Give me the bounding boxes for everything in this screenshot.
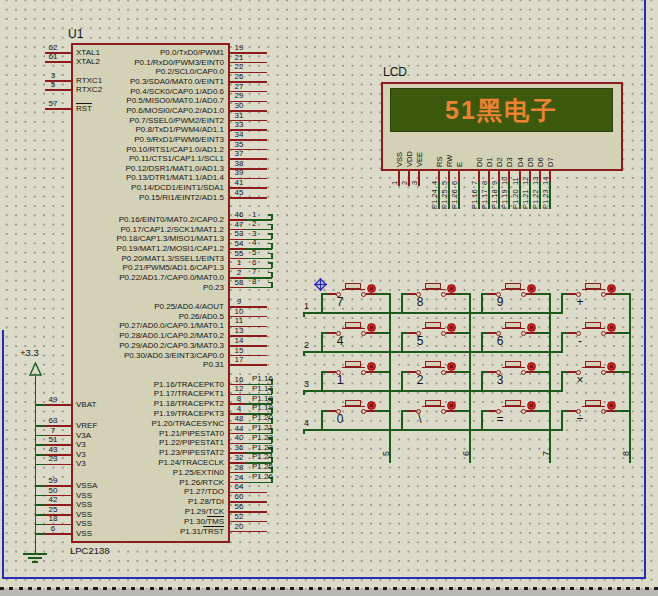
ground-icon [28,557,42,559]
row-bus-tick [303,430,305,434]
button-body[interactable] [425,361,441,367]
column-wire [629,294,631,463]
button-lead [606,293,615,295]
mcu-pin-number: 25 [41,505,65,514]
mcu-pin-number: 15 [226,346,252,355]
mcu-pin-label: P0.26/AD0.5 [73,312,224,321]
button-actuator[interactable] [447,284,456,293]
mcu-pin-number: 33 [226,120,252,129]
wire [401,294,403,314]
mcu-pin-label: P0.19/MAT1.2/MOSI1/CAP1.2 [73,244,224,253]
button-body[interactable] [505,322,521,328]
mcu-pin-number: 17 [226,355,252,364]
net-label: 6 [252,258,256,267]
button-actuator[interactable] [607,284,616,293]
mcu-pin-number: 4 [226,404,252,413]
mcu-pin-number: 29 [226,91,252,100]
button-body[interactable] [585,361,601,367]
mcu-pin-number: 18 [41,514,65,523]
button-actuator[interactable] [527,323,536,332]
mcu-pin-label: P0.17/CAP1.2/SCK1/MAT1.2 [73,225,224,234]
key-label: 7 [330,295,350,309]
button-lead [366,332,375,334]
wire [481,333,483,353]
button-body[interactable] [505,400,521,406]
mcu-pin-number: 11 [226,316,252,325]
mcu-pin-number: 64 [226,482,252,491]
wire [401,372,403,392]
wire [561,372,563,392]
key-label: 8 [410,295,430,309]
mcu-pin-label: P0.12/DSR1/MAT1.0/AD1.3 [73,164,224,173]
mcu-pin-number: 41 [226,178,252,187]
button-body[interactable] [345,361,361,367]
button-body[interactable] [585,322,601,328]
lcd-pin-name: D7 [546,157,555,167]
net-wire-tick [268,282,272,284]
button-body[interactable] [425,283,441,289]
button-actuator[interactable] [527,284,536,293]
button-actuator[interactable] [367,362,376,371]
button-terminal [361,370,366,375]
button-actuator[interactable] [447,323,456,332]
mcu-pin-label: P0.27/AD0.0/CAP0.1/MAT0.1 [73,321,224,330]
net-wire-tick [268,233,272,235]
power-rail-wire [35,376,37,553]
button-body[interactable] [505,283,521,289]
button-lead [366,410,375,412]
mcu-part-label: LPC2138 [70,545,110,556]
button-actuator[interactable] [607,362,616,371]
row-net-label: 1 [304,301,309,311]
mcu-pin-stub [45,464,71,466]
button-actuator[interactable] [367,284,376,293]
button-actuator[interactable] [367,401,376,410]
mcu-pin-label: P0.10/RTS1/CAP1.0/AD1.2 [73,145,224,154]
sheet-border-left [2,330,4,579]
button-body[interactable] [425,322,441,328]
mcu-pin-number: 43 [41,445,65,454]
mcu-pin-label: P0.30/AD0.3/EINT3/CAP0.0 [73,351,224,360]
button-body[interactable] [425,400,441,406]
button-body[interactable] [345,322,361,328]
mcu-pin-stub [230,364,267,366]
mcu-pin-label: P0.2/SCL0/CAP0.0 [73,67,224,76]
wire [401,333,403,353]
lcd-pin-name: D1 [485,157,494,167]
mcu-pin-label: P0.31 [73,360,224,369]
button-body[interactable] [585,283,601,289]
button-body[interactable] [345,283,361,289]
button-lead [606,371,615,373]
button-actuator[interactable] [447,362,456,371]
lcd-pin-name: RS [435,157,444,167]
button-body[interactable] [585,400,601,406]
button-actuator[interactable] [367,323,376,332]
mcu-pin-number: 28 [226,463,252,472]
button-lead [606,332,615,334]
mcu-pin-number: 51 [41,435,65,444]
button-actuator[interactable] [447,401,456,410]
mcu-pin-number: 1 [226,258,252,267]
button-lead [526,410,535,412]
button-body[interactable] [345,400,361,406]
button-actuator[interactable] [607,401,616,410]
button-body[interactable] [505,361,521,367]
row-bus-wire [303,351,562,353]
sheet-border-right [644,0,646,579]
key-label: 3 [490,373,510,387]
mcu-pin-label: P1.23/PIPESTAT2 [73,448,224,457]
net-wire-tick [268,253,272,255]
mcu-pin-number: 12 [226,384,252,393]
mcu-pin-number: 46 [226,210,252,219]
mcu-pin-number: 19 [226,43,252,52]
mcu-pin-label: P0.5/MISO0/MAT0.1/AD0.7 [73,96,224,105]
column-net-label: 5 [381,451,391,456]
button-actuator[interactable] [527,401,536,410]
button-actuator[interactable] [607,323,616,332]
lcd-pin-name: VEE [415,152,424,167]
mcu-pin-number: 49 [41,395,65,404]
net-label: P1.17 [252,384,273,393]
mcu-pin-label: P0.21/PWM5/AD1.6/CAP1.3 [73,263,224,272]
button-actuator[interactable] [527,362,536,371]
wire [321,372,323,392]
row-bus-wire [303,312,562,314]
